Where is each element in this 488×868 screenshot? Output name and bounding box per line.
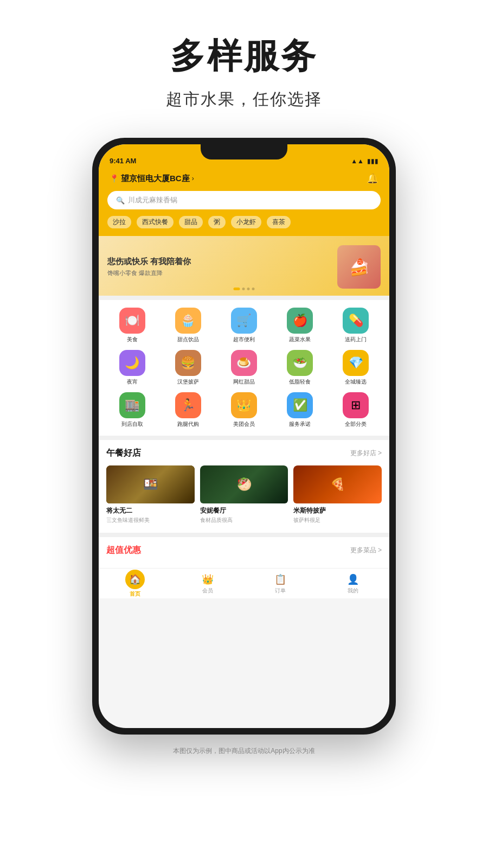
- disclaimer: 本图仅为示例，图中商品或活动以App内公示为准: [162, 740, 325, 767]
- restaurant-list: 🍱 将太无二 三文鱼味道很鲜美 🥙 安妮餐厅 食材品质很高: [106, 465, 382, 524]
- restaurant-img-salad: 🥙: [200, 465, 288, 503]
- service-item-vegetables[interactable]: 🍎 蔬菜水果: [272, 308, 328, 343]
- page-header: 多样服务 超市水果，任你选择: [166, 0, 322, 127]
- service-icon-food: 🍽️: [119, 308, 145, 334]
- status-time: 9:41 AM: [110, 157, 136, 165]
- service-icon-member: 👑: [231, 392, 257, 418]
- deals-header: 超值优惠 更多菜品 >: [106, 545, 382, 556]
- banner-text: 悲伤或快乐 有我陪着你 馋嘴小零食 爆款直降: [107, 257, 337, 277]
- service-label-lightfood: 低脂轻食: [289, 378, 311, 386]
- banner[interactable]: 悲伤或快乐 有我陪着你 馋嘴小零食 爆款直降 🍰: [99, 236, 389, 296]
- tag-porridge[interactable]: 粥: [208, 216, 226, 228]
- service-label-nightsnack: 夜宵: [127, 378, 138, 386]
- service-label-burger: 汉堡披萨: [177, 378, 199, 386]
- nav-profile[interactable]: 👤 我的: [317, 573, 389, 595]
- search-input[interactable]: 川成元麻辣香锅: [128, 195, 177, 205]
- service-icon-vegetables: 🍎: [287, 308, 313, 334]
- service-label-pickup: 到店自取: [121, 420, 143, 428]
- service-item-trendy[interactable]: 🍮 网红甜品: [216, 350, 272, 386]
- member-icon: 👑: [201, 573, 214, 586]
- restaurant-card-sushi[interactable]: 🍱 将太无二 三文鱼味道很鲜美: [106, 465, 195, 524]
- lunch-title: 午餐好店: [106, 448, 141, 459]
- service-item-food[interactable]: 🍽️ 美食: [104, 308, 160, 343]
- restaurant-name-salad: 安妮餐厅: [200, 506, 288, 515]
- service-item-promise[interactable]: ✅ 服务承诺: [272, 392, 328, 428]
- tag-lobster[interactable]: 小龙虾: [231, 216, 261, 228]
- nav-home-label: 首页: [130, 590, 140, 598]
- page-subtitle: 超市水果，任你选择: [166, 88, 322, 111]
- search-container: 🔍 川成元麻辣香锅: [99, 191, 389, 216]
- search-bar[interactable]: 🔍 川成元麻辣香锅: [107, 191, 381, 209]
- service-section: 🍽️ 美食 🧁 甜点饮品 🛒 超市便利 🍎 蔬菜水果: [99, 300, 389, 436]
- service-item-member[interactable]: 👑 美团会员: [216, 392, 272, 428]
- dot-4: [252, 288, 255, 290]
- service-icon-promise: ✅: [287, 392, 313, 418]
- service-icon-burger: 🍔: [175, 350, 201, 376]
- service-label-supermarket: 超市便利: [233, 336, 255, 343]
- dot-1: [234, 288, 240, 290]
- service-item-pickup[interactable]: 🏬 到店自取: [104, 392, 160, 428]
- location-area[interactable]: 📍 望京恒电大厦BC座 ›: [110, 174, 194, 184]
- profile-icon: 👤: [346, 573, 359, 586]
- service-icon-selected: 💎: [343, 350, 369, 376]
- wifi-icon: ▲▲: [351, 157, 364, 165]
- lunch-header: 午餐好店 更多好店 >: [106, 448, 382, 459]
- service-icon-supermarket: 🛒: [231, 308, 257, 334]
- service-label-member: 美团会员: [233, 420, 255, 428]
- status-icons: ▲▲ ▮▮▮: [351, 157, 378, 165]
- service-item-allcat[interactable]: ⊞ 全部分类: [328, 392, 384, 428]
- service-icon-trendy: 🍮: [231, 350, 257, 376]
- banner-title: 悲伤或快乐 有我陪着你: [107, 257, 337, 267]
- service-grid: 🍽️ 美食 🧁 甜点饮品 🛒 超市便利 🍎 蔬菜水果: [104, 308, 384, 428]
- tag-fastfood[interactable]: 西式快餐: [137, 216, 174, 228]
- nav-home[interactable]: 🏠 首页: [99, 570, 171, 598]
- battery-icon: ▮▮▮: [367, 157, 378, 165]
- service-item-medicine[interactable]: 💊 送药上门: [328, 308, 384, 343]
- service-icon-dessert: 🧁: [175, 308, 201, 334]
- nav-profile-label: 我的: [348, 587, 358, 595]
- service-icon-lightfood: 🥗: [287, 350, 313, 376]
- service-icon-pickup: 🏬: [119, 392, 145, 418]
- location-arrow-icon: ›: [192, 175, 194, 182]
- service-label-food: 美食: [127, 336, 138, 343]
- orders-icon: 📋: [274, 573, 287, 586]
- phone-frame: 9:41 AM ▲▲ ▮▮▮ 📍 望京恒电大厦BC座 › 🔔 🔍 川成元麻辣香锅: [92, 138, 396, 735]
- location-text: 望京恒电大厦BC座: [121, 174, 190, 184]
- restaurant-name-sushi: 将太无二: [106, 506, 195, 515]
- bell-icon[interactable]: 🔔: [367, 173, 378, 184]
- restaurant-img-sushi: 🍱: [106, 465, 195, 503]
- service-item-burger[interactable]: 🍔 汉堡披萨: [160, 350, 216, 386]
- deals-title: 超值优惠: [106, 545, 141, 556]
- service-item-nightsnack[interactable]: 🌙 夜宵: [104, 350, 160, 386]
- restaurant-desc-salad: 食材品质很高: [200, 516, 288, 524]
- lunch-section: 午餐好店 更多好店 > 🍱 将太无二 三文鱼味道很鲜美 🥙: [99, 440, 389, 533]
- tag-salad[interactable]: 沙拉: [107, 216, 131, 228]
- banner-dots: [234, 288, 255, 290]
- service-label-promise: 服务承诺: [289, 420, 311, 428]
- search-icon: 🔍: [116, 196, 125, 205]
- deals-section: 超值优惠 更多菜品 >: [99, 537, 389, 568]
- service-item-dessert[interactable]: 🧁 甜点饮品: [160, 308, 216, 343]
- tag-tea[interactable]: 喜茶: [267, 216, 291, 228]
- service-item-selected[interactable]: 💎 全城臻选: [328, 350, 384, 386]
- service-icon-allcat: ⊞: [343, 392, 369, 418]
- banner-subtitle: 馋嘴小零食 爆款直降: [107, 269, 337, 277]
- service-label-allcat: 全部分类: [345, 420, 367, 428]
- banner-image: 🍰: [337, 245, 381, 289]
- restaurant-name-pizza: 米斯特披萨: [293, 506, 382, 515]
- tag-dessert[interactable]: 甜品: [179, 216, 203, 228]
- app-header: 📍 望京恒电大厦BC座 › 🔔: [99, 168, 389, 191]
- service-label-vegetables: 蔬菜水果: [289, 336, 311, 343]
- restaurant-card-pizza[interactable]: 🍕 米斯特披萨 披萨料很足: [293, 465, 382, 524]
- nav-orders-label: 订单: [275, 587, 286, 595]
- lunch-more[interactable]: 更多好店 >: [350, 449, 382, 458]
- service-item-lightfood[interactable]: 🥗 低脂轻食: [272, 350, 328, 386]
- service-label-medicine: 送药上门: [345, 336, 367, 343]
- deals-more[interactable]: 更多菜品 >: [350, 546, 382, 555]
- service-item-supermarket[interactable]: 🛒 超市便利: [216, 308, 272, 343]
- nav-orders[interactable]: 📋 订单: [244, 573, 317, 595]
- service-item-runner[interactable]: 🏃 跑腿代购: [160, 392, 216, 428]
- restaurant-card-salad[interactable]: 🥙 安妮餐厅 食材品质很高: [200, 465, 288, 524]
- service-label-selected: 全城臻选: [345, 378, 367, 386]
- nav-member[interactable]: 👑 会员: [171, 573, 244, 595]
